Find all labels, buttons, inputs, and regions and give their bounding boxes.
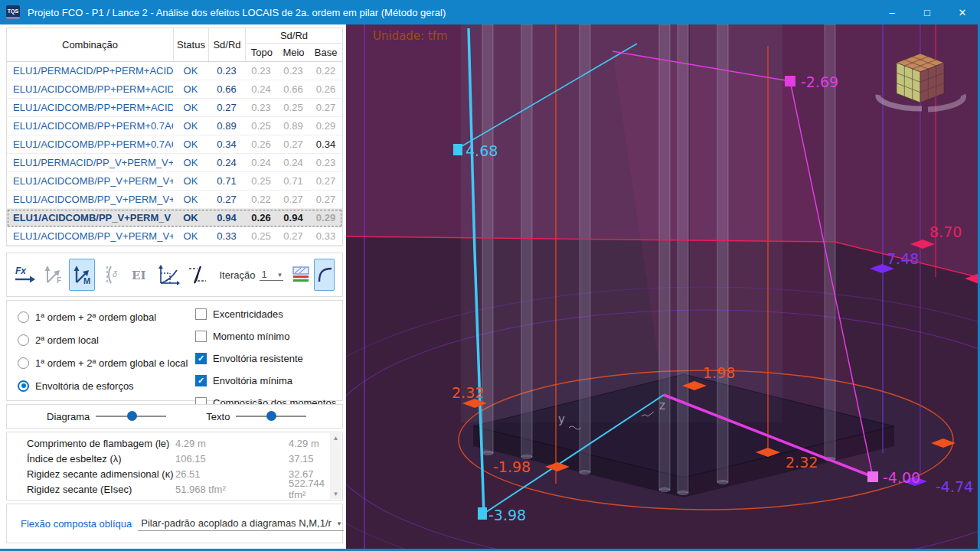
cell-status: OK [173,212,208,223]
radio-1a-2a-global[interactable]: 1ª ordem + 2ª ordem global [18,310,156,324]
table-row[interactable]: ELU1/ACIDCOMB/PP+PERM+0.7ACOK0.890.250.8… [7,117,342,135]
marker-cyan-bottom [478,507,487,520]
cell-sdrd: 0.94 [208,212,245,223]
property-value-1: 4.29 m [175,438,289,449]
maximize-button[interactable]: □ [910,0,945,24]
table-row-selected[interactable]: ELU1/ACIDCOMB/PP_V+PERM_VOK0.940.260.940… [7,209,342,227]
cell-comb: ELU1/PERMACID/PP_V+PERM_V+A [7,157,173,168]
slant-diagram-button[interactable] [185,259,211,291]
cell-comb: ELU1/PERMACID/PP+PERM+ACID [7,65,173,77]
displacement-delta-button[interactable]: δ [98,259,124,291]
table-row[interactable]: ELU1/ACIDCOMB/PP+PERM+0.7ACOK0.340.260.2… [7,135,342,154]
check-envoltoria-minima[interactable]: ✓ Envoltória mínima [195,373,292,387]
radio-label: 1ª ordem + 2ª ordem global e local [35,357,188,369]
label-o-bottom-right: 2.32 [786,454,818,471]
app-icon: TQS [6,5,20,19]
radio-icon [18,357,29,369]
scrollbar[interactable]: ▲ ▼ [330,433,341,499]
cell-meio: 0.27 [277,230,309,242]
fx-icon: Fx [13,264,36,285]
force-f-button[interactable]: F [41,259,67,291]
cell-topo: 0.24 [245,83,277,95]
cell-sdrd: 0.24 [208,157,245,168]
label-o-bottom-left: -1.98 [493,458,531,475]
cell-sdrd: 0.71 [208,175,245,187]
materials-layers-button[interactable] [291,259,312,291]
col-status[interactable]: Status [173,28,208,61]
svg-text:δ: δ [113,269,118,279]
scroll-down-icon[interactable]: ▼ [330,491,341,497]
cell-base: 0.29 [309,212,342,223]
svg-text:M: M [83,276,90,285]
radio-2a-local[interactable]: 2ª ordem local [18,333,99,347]
delta-icon: δ [100,264,122,285]
flexao-composta-link[interactable]: Flexão composta oblíqua [21,518,132,530]
curvature-button[interactable] [314,259,335,291]
scroll-up-icon[interactable]: ▲ [330,435,341,442]
table-row[interactable]: ELU1/ACIDCOMB/PP+PERM+ACID-OK0.270.230.2… [7,99,342,117]
col-topo[interactable]: Topo [246,47,278,58]
method-dropdown[interactable]: Pilar-padrão acoplado a diagramas N,M,1/… [138,516,344,531]
axis-y-label: y [558,412,565,426]
check-excentricidades[interactable]: Excentricidades [195,307,283,321]
marker-magenta-top [785,76,795,86]
stiffness-ei-button[interactable]: EI [127,259,153,291]
label-v-right: 7.48 [887,250,919,267]
radio-1a-2a-global-local[interactable]: 1ª ordem + 2ª ordem global e local [18,356,188,370]
radio-label: 1ª ordem + 2ª ordem global [35,311,156,323]
label-c-bottom: -3.98 [488,507,526,523]
radio-envoltoria-esforcos[interactable]: Envoltória de esforços [18,379,134,393]
radio-icon [18,311,29,323]
nm-diagram-button[interactable] [155,259,181,291]
label-o-left: 2.32 [452,384,484,401]
app-window: TQS Projeto FCO - P1 / Lance 2 - Análise… [0,0,980,551]
cell-meio: 0.66 [277,83,309,95]
diagram-slider-label: Diagrama [47,411,90,422]
cell-topo: 0.24 [245,157,277,168]
cell-base: 0.27 [309,194,342,205]
col-sdrd[interactable]: Sd/Rd [208,28,245,61]
marker-cyan-top [453,144,462,155]
table-row[interactable]: ELU1/ACIDCOMB/PP+PERM+ACID-OK0.660.240.6… [7,80,342,99]
cell-sdrd: 0.34 [208,139,245,150]
label-c-top: 4.68 [466,142,498,159]
check-envoltoria-resistente[interactable]: ✓ Envoltória resistente [195,351,303,365]
slider-thumb[interactable] [266,411,276,421]
col-meio[interactable]: Meio [278,47,310,58]
nm-diagram-icon [157,264,180,285]
label-m-bottom: -4.00 [883,469,920,486]
col-base[interactable]: Base [309,47,342,58]
cell-status: OK [173,102,208,113]
cell-comb: ELU1/ACIDCOMB/PP+PERM+0.7AC [7,120,173,132]
table-row[interactable]: ELU1/PERMACID/PP_V+PERM_V+AOK0.240.240.2… [7,154,342,172]
analysis-toolbar: Fx F M [6,253,343,297]
table-row[interactable]: ELU1/ACIDCOMB/PP_V+PERM_V+0OK0.330.250.2… [7,227,342,246]
minimize-button[interactable]: – [874,0,910,24]
property-row: Rigidez secante (EIsec) 51.968 tfm² 522.… [7,481,342,497]
text-slider[interactable] [236,411,306,422]
checkbox-label: Excentricidades [213,308,283,320]
table-row[interactable]: ELU1/PERMACID/PP+PERM+ACIDOK0.230.230.23… [7,62,342,80]
iteration-dropdown[interactable]: 1 ▾ [260,269,283,281]
slider-thumb[interactable] [127,411,137,421]
check-momento-minimo[interactable]: Momento mínimo [195,329,289,343]
table-row[interactable]: ELU1/ACIDCOMB/PP_V+PERM_V+AOK0.270.220.2… [7,191,342,209]
3d-viewport[interactable]: Unidade: tfm 4.68 -3.98 -2.69 -4.00 8.70… [346,24,978,549]
forces-fx-button[interactable]: Fx [11,259,38,291]
cell-comb: ELU1/ACIDCOMB/PP+PERM+ACID- [7,102,173,113]
cell-meio: 0.71 [277,175,309,187]
cell-comb: ELU1/ACIDCOMB/PP_V+PERM_V+A [7,175,173,187]
checkbox-checked-icon: ✓ [195,375,207,386]
cell-meio: 0.27 [277,194,309,205]
close-button[interactable]: ✕ [945,0,980,24]
radio-label: 2ª ordem local [35,334,99,346]
property-row: Comprimento de flambagem (le) 4.29 m 4.2… [7,435,342,451]
radio-checked-icon [18,380,29,392]
table-row[interactable]: ELU1/ACIDCOMB/PP_V+PERM_V+AOK0.710.250.7… [7,172,342,191]
cell-topo: 0.23 [245,65,277,77]
cell-topo: 0.25 [245,175,277,187]
col-combinacao[interactable]: Combinação [7,28,173,61]
moments-m-button[interactable]: M [69,259,95,291]
cell-base: 0.34 [309,139,342,150]
diagram-slider[interactable] [96,411,166,422]
